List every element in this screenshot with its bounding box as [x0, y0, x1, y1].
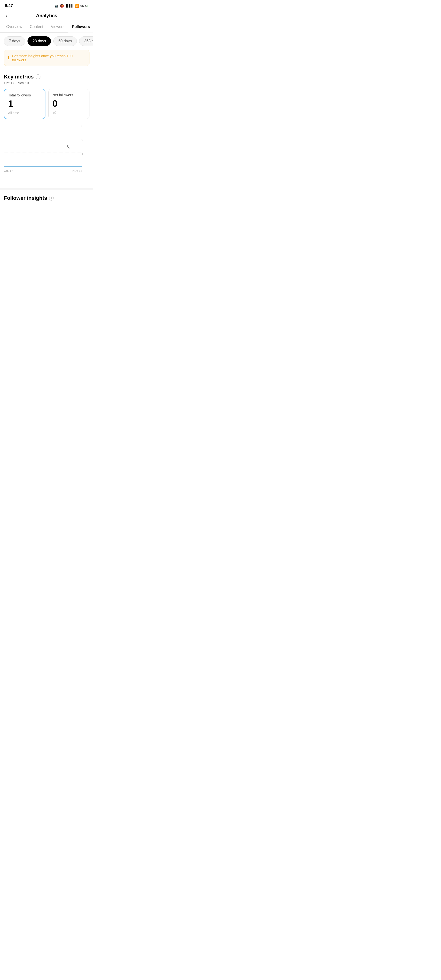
tab-overview[interactable]: Overview	[2, 21, 26, 32]
insights-info-icon[interactable]: i	[49, 196, 54, 200]
tab-content[interactable]: Content	[26, 21, 47, 32]
header: ← Analytics	[0, 10, 93, 21]
battery-icon: 96% ●	[80, 4, 89, 8]
filter-365days[interactable]: 365 days	[79, 37, 93, 46]
total-followers-value: 1	[8, 99, 41, 109]
chart-date-start: Oct 17	[4, 169, 13, 172]
chart-svg	[4, 124, 82, 167]
key-metrics-date-range: Oct 17 - Nov 13	[4, 81, 89, 85]
page-title: Analytics	[36, 13, 57, 18]
tab-bar: Overview Content Viewers Followers LIVE	[0, 21, 93, 33]
wifi-icon: 📶	[75, 4, 79, 8]
tab-viewers[interactable]: Viewers	[47, 21, 68, 32]
tab-followers[interactable]: Followers	[68, 21, 93, 32]
status-icons: 📷 🔕 ▐▌▌▌ 📶 96% ●	[54, 4, 89, 8]
metric-cards: Total followers 1 All time Net followers…	[4, 89, 89, 119]
key-metrics-info-icon[interactable]: i	[36, 75, 40, 79]
filter-60days[interactable]: 60 days	[53, 37, 77, 46]
status-time: 9:47	[5, 3, 13, 8]
battery-dot: ●	[87, 5, 89, 7]
net-followers-sub: +0	[52, 111, 86, 115]
net-followers-label: Net followers	[52, 93, 86, 97]
info-banner-icon: ℹ	[8, 55, 10, 60]
total-followers-label: Total followers	[8, 93, 41, 97]
info-banner: ℹ Get more insights once you reach 100 f…	[4, 50, 89, 66]
chart-dates: Oct 17 Nov 13	[4, 169, 89, 172]
main-content: Key metrics i Oct 17 - Nov 13 Total foll…	[0, 70, 93, 188]
total-followers-card: Total followers 1 All time	[4, 89, 46, 119]
cellular-icon: ▐▌▌▌	[65, 4, 73, 7]
back-button[interactable]: ←	[5, 13, 11, 19]
status-bar: 9:47 📷 🔕 ▐▌▌▌ 📶 96% ●	[0, 0, 93, 10]
filter-7days[interactable]: 7 days	[4, 37, 25, 46]
battery-percentage: 96%	[80, 4, 87, 8]
camera-icon: 📷	[54, 4, 58, 8]
net-followers-card: Net followers 0 +0	[48, 89, 89, 119]
net-followers-value: 0	[52, 99, 86, 109]
chart-grid: 3 2 1 ↖	[4, 124, 89, 167]
cursor-icon: ↖	[66, 144, 70, 150]
chart-date-end: Nov 13	[73, 169, 82, 172]
chart-area: 3 2 1 ↖ Oct 17 Nov 13	[4, 124, 89, 180]
info-banner-text: Get more insights once you reach 100 fol…	[12, 54, 86, 62]
signal-muted-icon: 🔕	[60, 4, 64, 8]
filter-28days[interactable]: 28 days	[27, 37, 51, 46]
insights-section: Follower insights i Gender Age Locations	[0, 188, 93, 202]
page-scroll[interactable]: 9:47 📷 🔕 ▐▌▌▌ 📶 96% ● ← Analytics Overvi…	[0, 0, 93, 202]
insights-title: Follower insights i	[4, 195, 89, 201]
date-filters: 7 days 28 days 60 days 365 days Cu...	[0, 33, 93, 50]
key-metrics-title: Key metrics i	[4, 74, 89, 80]
total-followers-sub: All time	[8, 111, 41, 115]
